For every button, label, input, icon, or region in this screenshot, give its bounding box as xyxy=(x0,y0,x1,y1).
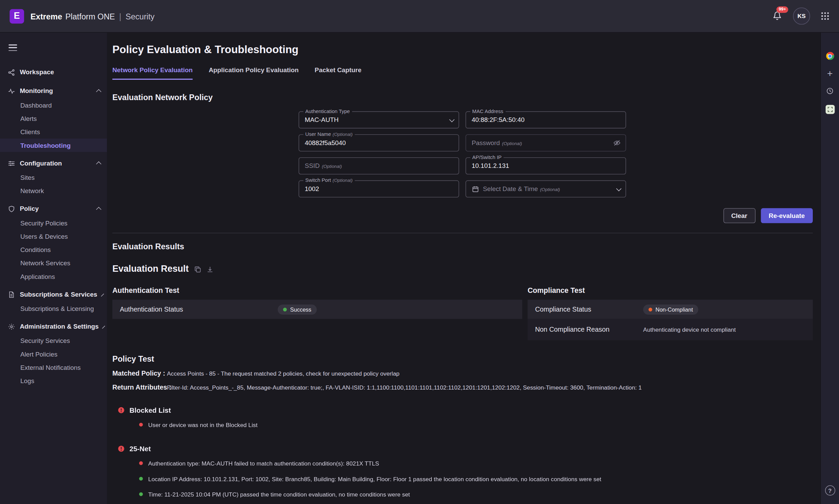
apps-grid-icon[interactable] xyxy=(821,12,829,20)
add-icon[interactable]: + xyxy=(827,70,833,77)
chevron-down-icon xyxy=(617,187,620,191)
gear-icon xyxy=(7,323,15,330)
chevron-up-icon xyxy=(96,161,101,167)
app-name: Security xyxy=(126,12,155,21)
sidebar-section-subscriptions[interactable]: Subscriptions & Services xyxy=(0,287,107,302)
red-dot-icon xyxy=(139,423,143,427)
browser-side-strip: + ? xyxy=(820,33,839,504)
sidebar-section-administration[interactable]: Administration & Settings xyxy=(0,319,107,334)
clear-button[interactable]: Clear xyxy=(723,208,755,223)
policy-test-heading: Policy Test xyxy=(112,355,813,364)
test-results: Authentication Test Authentication Statu… xyxy=(112,286,813,341)
policy-shield-icon xyxy=(7,205,15,212)
green-dot-icon xyxy=(139,477,143,481)
sidebar-item-alerts[interactable]: Alerts xyxy=(0,112,107,125)
orange-dot-icon xyxy=(649,308,652,311)
section-divider xyxy=(112,233,813,234)
authentication-type-select[interactable]: Authentication Type MAC-AUTH xyxy=(298,111,459,128)
avatar[interactable]: KS xyxy=(793,7,810,25)
menu-toggle-icon[interactable] xyxy=(9,44,17,51)
chevron-up-icon xyxy=(96,207,101,212)
green-dot-icon xyxy=(283,308,287,311)
sidebar-item-subscriptions-licensing[interactable]: Subscriptions & Licensing xyxy=(0,302,107,315)
help-button[interactable]: ? xyxy=(825,485,835,495)
sidebar-item-users-devices[interactable]: Users & Devices xyxy=(0,230,107,243)
non-compliant-status-badge: Non-Compliant xyxy=(643,304,698,315)
sidebar-item-security-policies[interactable]: Security Policies xyxy=(0,216,107,230)
ap-switch-ip-input[interactable]: AP/Switch IP 10.101.2.131 xyxy=(465,157,626,174)
tab-bar: Network Policy Evaluation Application Po… xyxy=(112,66,813,80)
ssid-input[interactable]: SSID(Optional) xyxy=(298,157,459,174)
sidebar: Workspace Monitoring Dashboard Alerts Cl… xyxy=(0,33,107,504)
evaluation-results-heading: Evaluation Results xyxy=(112,242,813,251)
chevron-up-icon xyxy=(101,294,104,297)
copy-icon[interactable] xyxy=(194,266,201,273)
matched-policy-row: Matched Policy : Access Points - 85 - Th… xyxy=(112,370,813,377)
configuration-icon xyxy=(7,160,15,167)
active-tool-icon[interactable] xyxy=(825,105,835,114)
sidebar-item-network[interactable]: Network xyxy=(0,184,107,198)
date-time-picker[interactable]: Select Date & Time(Optional) xyxy=(465,180,626,198)
sidebar-item-troubleshooting[interactable]: Troubleshooting xyxy=(0,139,107,152)
eye-off-icon[interactable] xyxy=(613,139,620,147)
policy-result-item: Location IP Address: 10.101.2.131, Port:… xyxy=(112,475,813,484)
download-icon[interactable] xyxy=(206,266,213,273)
brand-divider: | xyxy=(119,12,121,21)
form-actions: Clear Re-evaluate xyxy=(112,208,813,223)
notifications-button[interactable]: 99+ xyxy=(773,11,782,21)
chevron-up-icon xyxy=(102,326,105,329)
sidebar-item-clients[interactable]: Clients xyxy=(0,125,107,139)
sidebar-section-configuration[interactable]: Configuration xyxy=(0,156,107,171)
evaluation-result-heading: Evaluation Result xyxy=(112,264,813,274)
browser-icon[interactable] xyxy=(826,52,834,60)
sidebar-item-external-notifications[interactable]: External Notifications xyxy=(0,361,107,374)
authentication-test-heading: Authentication Test xyxy=(112,286,522,295)
password-input[interactable]: Password(Optional) xyxy=(465,134,626,151)
monitoring-icon xyxy=(7,88,15,95)
evaluation-form: Authentication Type MAC-AUTH MAC Address… xyxy=(298,111,627,198)
sidebar-item-dashboard[interactable]: Dashboard xyxy=(0,99,107,112)
sidebar-item-logs[interactable]: Logs xyxy=(0,374,107,388)
sidebar-item-alert-policies[interactable]: Alert Policies xyxy=(0,347,107,361)
mac-address-input[interactable]: MAC Address 40:88:2F:5A:50:40 xyxy=(465,111,626,128)
page-title: Policy Evaluation & Troubleshooting xyxy=(112,43,813,56)
sidebar-section-policy[interactable]: Policy xyxy=(0,201,107,216)
sidebar-item-network-services[interactable]: Network Services xyxy=(0,256,107,270)
user-name-input[interactable]: User Name(Optional) 40882f5a5040 xyxy=(298,134,459,151)
sidebar-item-security-services[interactable]: Security Services xyxy=(0,334,107,347)
sidebar-item-applications[interactable]: Applications xyxy=(0,270,107,283)
tab-application-policy-evaluation[interactable]: Application Policy Evaluation xyxy=(209,66,299,80)
policy-result-item: Time: 11-21-2025 10:04 PM (UTC) passed t… xyxy=(112,491,813,499)
sidebar-item-sites[interactable]: Sites xyxy=(0,171,107,184)
reevaluate-button[interactable]: Re-evaluate xyxy=(761,208,813,223)
notification-badge: 99+ xyxy=(777,6,788,13)
compliance-status-row: Compliance Status Non-Compliant xyxy=(527,300,813,319)
brand-name: Extreme xyxy=(31,12,62,21)
extreme-logo[interactable]: E xyxy=(10,9,24,23)
authentication-status-row: Authentication Status Success xyxy=(112,300,522,319)
subscriptions-document-icon xyxy=(7,291,15,298)
warning-icon xyxy=(118,407,125,414)
warning-icon xyxy=(118,445,125,452)
workspace-icon xyxy=(7,69,15,76)
sidebar-section-workspace[interactable]: Workspace xyxy=(0,65,107,80)
sidebar-section-monitoring[interactable]: Monitoring xyxy=(0,84,107,99)
tab-network-policy-evaluation[interactable]: Network Policy Evaluation xyxy=(112,66,193,80)
non-compliance-reason-row: Non Compliance Reason Authenticating dev… xyxy=(527,319,813,341)
blocked-list-block: Blocked List User or device was not in t… xyxy=(112,406,813,430)
main-content: Policy Evaluation & Troubleshooting Netw… xyxy=(107,33,820,504)
top-bar-actions: 99+ KS xyxy=(773,7,829,25)
return-attributes-row: Return Attributes : Filter-Id: Access_Po… xyxy=(112,384,813,391)
policy-result-item: Authentication type: MAC-AUTH failed to … xyxy=(112,460,813,468)
history-clock-icon[interactable] xyxy=(826,87,834,95)
switch-port-input[interactable]: Switch Port(Optional) 1002 xyxy=(298,180,459,198)
tab-packet-capture[interactable]: Packet Capture xyxy=(315,66,361,80)
brand-product: Platform ONE xyxy=(65,12,115,21)
success-status-badge: Success xyxy=(278,304,317,315)
sidebar-item-conditions[interactable]: Conditions xyxy=(0,243,107,256)
compliance-test-card: Compliance Test Compliance Status Non-Co… xyxy=(527,286,813,341)
red-dot-icon xyxy=(139,461,143,465)
calendar-icon xyxy=(472,186,478,192)
chevron-up-icon xyxy=(96,89,101,95)
green-dot-icon xyxy=(139,492,143,496)
